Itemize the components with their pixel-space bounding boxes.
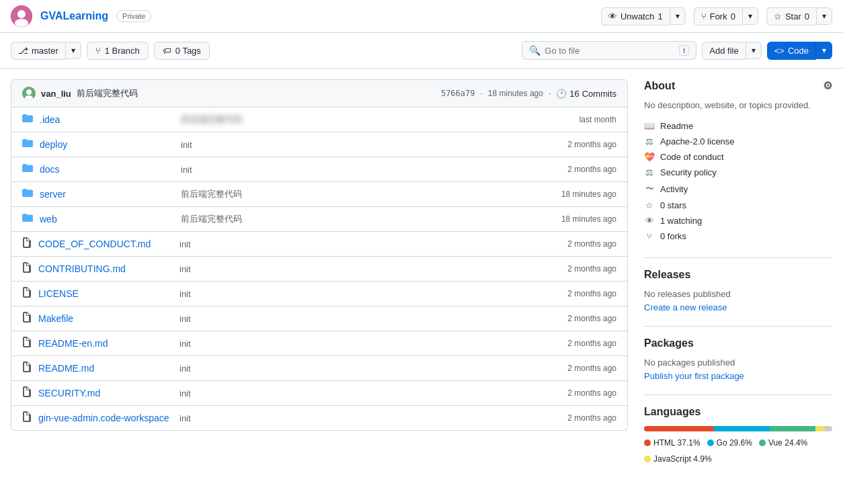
sidebar-link[interactable]: 💝Code of conduct: [644, 149, 832, 165]
file-message: 前后端完整代码: [181, 188, 555, 200]
commits-link[interactable]: 🕐 16 Commits: [556, 89, 616, 99]
table-row: LICENSEinit2 months ago: [11, 282, 627, 306]
table-row: README-en.mdinit2 months ago: [11, 331, 627, 356]
gear-icon[interactable]: ⚙: [823, 79, 832, 92]
file-name[interactable]: README-en.md: [38, 338, 173, 349]
file-name[interactable]: LICENSE: [38, 288, 173, 299]
sidebar-link[interactable]: ⚖Security policy: [644, 165, 832, 180]
branch-count-button[interactable]: ⑂ 1 Branch: [87, 42, 149, 60]
sidebar-divider: [644, 257, 832, 258]
sidebar-link-icon: ⚖: [644, 136, 655, 146]
unwatch-button[interactable]: 👁 Unwatch 1 ▾: [601, 7, 686, 26]
sidebar-stat: 👁1 watching: [644, 213, 832, 228]
top-bar: GVALearning Private 👁 Unwatch 1 ▾ ⑂ Fork…: [0, 0, 843, 33]
folder-icon: [22, 113, 33, 126]
commit-hash[interactable]: 5766a79: [441, 89, 475, 98]
lang-name: Go 29.6%: [717, 438, 752, 448]
file-message: init: [179, 388, 561, 398]
lang-dot: [644, 456, 651, 462]
file-name[interactable]: docs: [40, 164, 174, 175]
sidebar-link[interactable]: ⚖Apache-2.0 license: [644, 134, 832, 149]
lang-legend-item: Vue 24.4%: [759, 438, 807, 448]
file-name[interactable]: gin-vue-admin.code-workspace: [38, 413, 173, 423]
table-row: .idea前后端完整代码last month: [11, 108, 627, 132]
tags-button[interactable]: 🏷 0 Tags: [154, 42, 210, 60]
file-name[interactable]: SECURITY.md: [38, 388, 173, 398]
add-file-button[interactable]: Add file ▾: [702, 42, 761, 60]
file-name[interactable]: server: [40, 189, 174, 200]
sidebar-link-label: Activity: [660, 184, 688, 194]
file-name[interactable]: README.md: [38, 363, 173, 374]
releases-section: Releases No releases published Create a …: [644, 269, 832, 312]
table-row: CODE_OF_CONDUCT.mdinit2 months ago: [11, 232, 627, 257]
file-name[interactable]: web: [40, 214, 174, 224]
sidebar-link-label: Apache-2.0 license: [660, 136, 735, 146]
releases-title: Releases: [644, 269, 832, 281]
file-message: init: [179, 264, 561, 274]
table-row: deployinit2 months ago: [11, 132, 627, 157]
lang-legend-item: JavaScript 4.9%: [644, 454, 712, 464]
code-button[interactable]: <> Code ▾: [767, 42, 832, 60]
about-section: About ⚙ No description, website, or topi…: [644, 79, 832, 244]
file-time: 2 months ago: [567, 264, 616, 274]
fork-button[interactable]: ⑂ Fork 0 ▾: [694, 7, 758, 26]
sidebar-link[interactable]: 〜Activity: [644, 180, 832, 198]
lang-dot: [644, 439, 651, 446]
svg-point-4: [26, 89, 32, 95]
file-message: init: [179, 314, 561, 324]
sidebar-stat: ⑂0 forks: [644, 228, 832, 244]
create-release-link[interactable]: Create a new release: [644, 302, 727, 312]
publish-package-link[interactable]: Publish your first package: [644, 371, 744, 381]
search-box[interactable]: 🔍 t: [522, 41, 696, 60]
file-icon: [22, 312, 32, 325]
lang-legend-item: Go 29.6%: [707, 438, 752, 448]
star-icon: ☆: [774, 11, 782, 22]
file-time: 2 months ago: [567, 339, 616, 348]
tag-icon: 🏷: [163, 46, 171, 56]
star-button[interactable]: ☆ Star 0 ▾: [766, 7, 832, 26]
private-badge: Private: [116, 10, 151, 22]
file-message: init: [179, 364, 561, 374]
about-desc: No description, website, or topics provi…: [644, 100, 832, 110]
packages-section: Packages No packages published Publish y…: [644, 337, 832, 381]
sidebar-link-icon: 💝: [644, 152, 655, 162]
no-releases: No releases published: [644, 289, 832, 299]
file-time: 2 months ago: [567, 413, 616, 423]
file-time: last month: [579, 115, 616, 124]
file-name[interactable]: CONTRIBUTING.md: [38, 263, 173, 274]
commit-user[interactable]: van_liu: [41, 89, 71, 99]
file-name[interactable]: deploy: [40, 139, 174, 150]
stat-icon: 👁: [644, 216, 655, 226]
file-time: 2 months ago: [567, 140, 616, 149]
stat-icon: ⑂: [644, 231, 655, 241]
table-row: gin-vue-admin.code-workspaceinit2 months…: [11, 406, 627, 430]
lang-bar-segment: [825, 426, 832, 431]
file-message: init: [181, 140, 561, 150]
file-name[interactable]: Makefile: [38, 313, 173, 324]
fork-icon: ⑂: [701, 11, 707, 22]
file-toolbar: ⎇ master ▾ ⑂ 1 Branch 🏷 0 Tags 🔍 t Add f…: [0, 33, 843, 69]
sidebar-link[interactable]: 📖Readme: [644, 118, 832, 134]
file-time: 2 months ago: [567, 388, 616, 398]
file-icon: [22, 237, 32, 251]
lang-name: HTML 37.1%: [653, 438, 700, 448]
file-name[interactable]: .idea: [40, 114, 174, 125]
folder-icon: [22, 163, 33, 176]
file-time: 18 minutes ago: [561, 190, 616, 199]
lang-name: JavaScript 4.9%: [653, 454, 712, 464]
search-input[interactable]: [545, 46, 675, 56]
file-icon: [22, 362, 32, 375]
repo-area: van_liu 前后端完整代码 5766a79 · 18 minutes ago…: [11, 79, 628, 464]
file-name[interactable]: CODE_OF_CONDUCT.md: [38, 239, 173, 249]
branch-selector[interactable]: ⎇ master ▾: [11, 42, 81, 60]
stat-label: 1 watching: [660, 216, 702, 226]
repo-owner[interactable]: GVALearning: [40, 10, 108, 22]
file-message: 前后端完整代码: [181, 114, 573, 126]
commit-time: ·: [481, 89, 483, 98]
branch-icon: ⎇: [18, 46, 28, 56]
stat-icon: ☆: [644, 200, 655, 210]
languages-section: Languages HTML 37.1%Go 29.6%Vue 24.4%Jav…: [644, 406, 832, 464]
languages-bar: [644, 426, 832, 431]
sidebar-link-label: Readme: [660, 121, 693, 131]
sidebar-link-label: Security policy: [660, 167, 717, 177]
